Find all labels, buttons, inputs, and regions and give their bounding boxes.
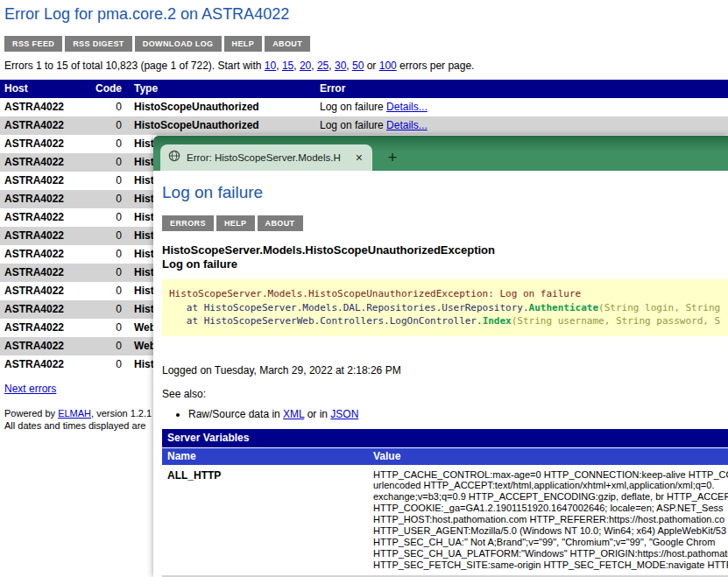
stack-method: Authenticate (529, 302, 598, 313)
code-cell: 0 (87, 153, 130, 172)
pager-separator: , (311, 60, 317, 72)
code-cell: 0 (87, 190, 130, 208)
col-header-code: Code (87, 80, 130, 98)
code-cell: 0 (87, 172, 130, 190)
pager-status: Errors 1 to 15 of total 10,823 (page 1 o… (4, 60, 728, 72)
page-size-link[interactable]: 30 (335, 60, 346, 72)
var-name: ALL_HTTP (162, 465, 368, 575)
exception-type: HistoScopeServer.Models.HistoScopeUnauth… (162, 243, 728, 257)
host-cell: ASTRA4022 (0, 300, 87, 319)
exception-title-block: HistoScopeServer.Models.HistoScopeUnauth… (162, 243, 728, 271)
value-line: HTTP_CACHE_CONTROL:max-age=0 HTTP_CONNEC… (373, 469, 728, 481)
code-cell: 0 (87, 355, 130, 374)
browser-tab[interactable]: Error: HistoScopeServer.Models.H × (160, 144, 372, 171)
value-line: HTTP_USER_AGENT:Mozilla/5.0 (Windows NT … (373, 525, 728, 537)
col-header-host: Host (0, 80, 87, 98)
host-cell: ASTRA4022 (0, 116, 87, 135)
server-variables-caption-row: Server Variables (162, 429, 728, 448)
server-variables-caption: Server Variables (162, 429, 728, 448)
host-cell: ASTRA4022 (0, 135, 87, 153)
powered-suffix: , version 1.2.1 (91, 408, 152, 419)
pager-separator: or (364, 60, 378, 72)
page-size-link[interactable]: 15 (282, 60, 293, 72)
error-text: Log on failure (320, 119, 384, 131)
see-also-item: Raw/Source data in XML or in JSON (188, 408, 728, 420)
pager-suffix: errors per page. (397, 60, 475, 72)
value-header: Value (368, 447, 728, 465)
value-line: HTTP_SEC_CH_UA_PLATFORM:"Windows" HTTP_O… (373, 548, 728, 559)
pager-prefix: Errors 1 to 15 of total 10,823 (page 1 o… (4, 60, 265, 72)
host-cell: ASTRA4022 (0, 208, 87, 227)
new-tab-button[interactable]: + (383, 149, 402, 166)
toolbar-button[interactable]: ABOUT (265, 36, 310, 52)
powered-prefix: Powered by (4, 408, 58, 419)
page-size-link[interactable]: 100 (379, 60, 397, 72)
code-cell: 0 (87, 319, 130, 337)
code-cell: 0 (87, 337, 130, 355)
var-value: HTTP_CACHE_CONTROL:max-age=0 HTTP_CONNEC… (368, 465, 728, 575)
tab-title: Error: HistoScopeServer.Models.H (187, 152, 348, 163)
elmah-link[interactable]: ELMAH (58, 408, 91, 419)
value-line: urlencoded HTTP_ACCEPT:text/html,applica… (373, 480, 728, 491)
details-link[interactable]: Details... (386, 119, 428, 131)
value-line: HTTP_SEC_CH_UA:" Not A;Brand";v="99", "C… (373, 537, 728, 548)
toolbar-button[interactable]: DOWNLOAD LOG (135, 36, 222, 52)
host-cell: ASTRA4022 (0, 98, 87, 116)
pager-separator: , (346, 60, 352, 72)
error-detail-window: Error: HistoScopeServer.Models.H × + Log… (153, 136, 728, 577)
toolbar-button[interactable]: ABOUT (258, 215, 303, 231)
stack-params: (String login, String (598, 302, 720, 313)
host-cell: ASTRA4022 (0, 190, 87, 208)
error-cell: Log on failure Details... (315, 116, 728, 135)
server-variables-table: Server Variables Name Value ALL_HTTP HTT… (162, 429, 728, 577)
host-cell: ASTRA4022 (0, 264, 87, 282)
code-cell: 0 (87, 300, 130, 319)
pager-separator: , (276, 60, 282, 72)
stack-line: at HistoScopeServer.Models.DAL.Repositor… (169, 301, 721, 315)
error-detail-content: Log on failure ERRORSHELPABOUT HistoScop… (153, 171, 728, 577)
pager-separator: , (329, 60, 335, 72)
stack-method: Index (483, 315, 512, 327)
host-cell: ASTRA4022 (0, 245, 87, 264)
toolbar-button[interactable]: ERRORS (162, 215, 214, 231)
host-cell: ASTRA4022 (0, 227, 87, 245)
page-size-link[interactable]: 20 (300, 60, 311, 72)
value-line: HTTP_HOST:host.pathomation.com HTTP_REFE… (373, 514, 728, 525)
code-cell: 0 (87, 282, 130, 300)
error-cell: Log on failure Details... (315, 98, 728, 116)
xml-link[interactable]: XML (283, 408, 304, 420)
error-text: Log on failure (320, 101, 384, 113)
window-titlebar[interactable]: Error: HistoScopeServer.Models.H × + (153, 136, 728, 171)
toolbar-button[interactable]: RSS DIGEST (65, 36, 132, 52)
host-cell: ASTRA4022 (0, 337, 87, 355)
page-title: Error Log for pma.core.2 on ASTRA4022 (4, 5, 728, 24)
host-cell: ASTRA4022 (0, 319, 87, 337)
tab-close-button[interactable]: × (354, 151, 364, 164)
var-row: ALL_HTTP HTTP_CACHE_CONTROL:max-age=0 HT… (162, 465, 728, 575)
error-table-header-row: Host Code Type Error (0, 80, 728, 98)
page-size-link[interactable]: 50 (352, 60, 364, 72)
code-cell: 0 (87, 208, 130, 227)
next-errors-link[interactable]: Next errors (4, 383, 56, 395)
json-link[interactable]: JSON (330, 408, 358, 420)
stack-params: (String username, String password, St (512, 315, 721, 327)
page-size-link[interactable]: 10 (265, 60, 276, 72)
col-header-error: Error (315, 80, 728, 98)
toolbar-button[interactable]: RSS FEED (4, 36, 62, 52)
details-link[interactable]: Details... (386, 101, 428, 113)
page-size-link[interactable]: 25 (317, 60, 329, 72)
code-cell: 0 (87, 227, 130, 245)
toolbar-button[interactable]: HELP (216, 215, 255, 231)
code-cell: 0 (87, 245, 130, 264)
globe-icon (168, 150, 180, 165)
page-toolbar: RSS FEEDRSS DIGESTDOWNLOAD LOGHELPABOUT (4, 34, 728, 52)
see-also-mid: or in (304, 408, 330, 420)
name-header: Name (162, 447, 368, 465)
toolbar-button[interactable]: HELP (224, 36, 263, 52)
pager-separator: , (293, 60, 300, 72)
host-cell: ASTRA4022 (0, 153, 87, 172)
value-line: HTTP_SEC_FETCH_SITE:same-origin HTTP_SEC… (373, 559, 728, 571)
table-row: ASTRA4022 0 HistoScopeUnauthorized Log o… (0, 98, 728, 116)
host-cell: ASTRA4022 (0, 282, 87, 300)
code-cell: 0 (87, 264, 130, 282)
